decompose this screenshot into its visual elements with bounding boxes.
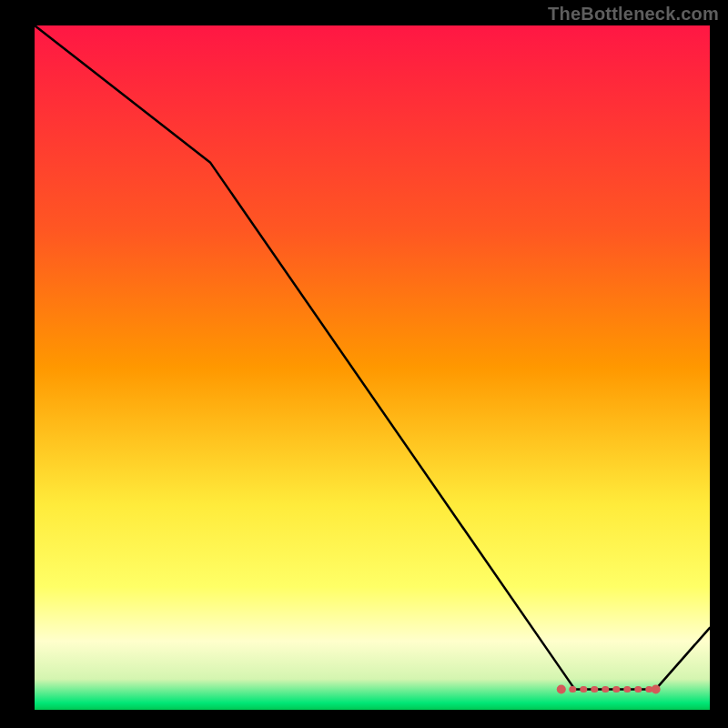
flat-region-endpoint-1 xyxy=(557,684,566,693)
chart-stage: TheBottleneck.com xyxy=(0,0,728,728)
flat-region-endpoint-2 xyxy=(652,684,661,693)
plot-background xyxy=(35,25,710,710)
bottleneck-chart xyxy=(0,0,728,728)
